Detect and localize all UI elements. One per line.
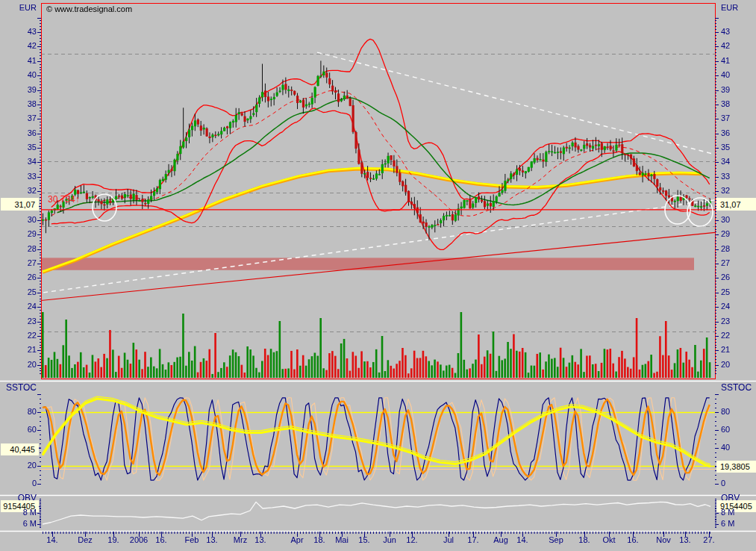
obv-tick-label-left: 8 M: [1, 508, 37, 517]
price-tick-label-right: 42: [721, 41, 730, 51]
price-tick-label-right: 38: [721, 99, 730, 109]
date-axis-label: 27.: [703, 535, 714, 544]
date-axis-label: 13.: [206, 535, 217, 544]
price-tick-label-right: 33: [721, 172, 730, 181]
price-tick-label-left: 20: [1, 360, 37, 370]
price-tick-label-right: 20: [721, 360, 730, 370]
copyright-text: © www.tradesignal.com: [46, 4, 132, 13]
date-axis-label: 16.: [155, 535, 166, 544]
price-tick-label-left: 30: [1, 215, 37, 225]
price-tick-label-left: 26: [1, 273, 37, 282]
price-tick-label-right: 28: [721, 244, 730, 254]
price-tick-label-right: 29: [721, 229, 730, 239]
sstoc-tick-label-right: 0: [721, 479, 725, 488]
date-axis-label: Nov: [656, 535, 671, 544]
sstoc-tick-label-right: 60: [721, 425, 730, 435]
date-axis-label: Dez: [78, 535, 93, 544]
date-axis-label: 19.: [107, 535, 119, 544]
price-tick-label-right: 36: [721, 128, 730, 138]
price-axis-unit-right: EUR: [721, 3, 738, 13]
date-axis-label: Okt: [602, 535, 615, 544]
date-axis-label: 2006: [130, 535, 148, 544]
price-tick-label-left: 36: [1, 128, 37, 138]
date-axis-label: Sep: [549, 535, 563, 544]
date-axis-label: 14.: [516, 535, 528, 544]
date-axis-label: 18.: [313, 535, 325, 544]
price-tick-label-right: 39: [721, 85, 730, 95]
date-axis-label: 18.: [578, 535, 590, 544]
price-tick-label-left: 37: [1, 113, 37, 123]
price-tick-label-left: 40: [1, 70, 37, 80]
price-tick-label-right: 25: [721, 287, 730, 297]
obv-tick-label-left: 6 M: [1, 519, 37, 529]
price-alert-flag: 30.734↑: [48, 194, 80, 205]
price-tick-label-left: 32: [1, 186, 37, 196]
price-tick-label-right: 21: [721, 345, 730, 355]
date-axis-label: 15.: [358, 535, 369, 544]
obv-tick-label-right: 6 M: [721, 519, 734, 529]
price-tick-label-left: 27: [1, 258, 37, 268]
price-tick-label-right: 27: [721, 258, 730, 268]
price-tick-label-right: 40: [721, 70, 730, 80]
price-tick-label-left: 35: [1, 143, 37, 152]
price-tick-label-right: 30: [721, 215, 730, 225]
price-tick-label-right: 35: [721, 143, 730, 152]
date-axis-label: 12.: [406, 535, 417, 544]
price-tick-label-left: 28: [1, 244, 37, 254]
sstoc-tick-label-left: 0: [1, 479, 37, 488]
price-tick-label-right: 34: [721, 157, 730, 166]
sstoc-tick-label-right: 40: [721, 443, 730, 452]
sstoc-value-label-right: 19,3805: [716, 461, 756, 473]
sstoc-value-label-left: 40,445: [1, 443, 39, 455]
date-axis-label: Mrz: [234, 535, 247, 544]
sstoc-panel-title-left: SSTOC: [1, 382, 37, 393]
price-tick-label-right: 41: [721, 56, 730, 66]
up-arrow-icon: ↑: [75, 194, 80, 205]
date-axis-label: Apr: [290, 535, 303, 544]
obv-tick-label-right: 8 M: [721, 508, 734, 517]
price-tick-label-right: 22: [721, 331, 730, 340]
price-tick-label-left: 25: [1, 287, 37, 297]
price-tick-label-left: 21: [1, 345, 37, 355]
date-axis-label: 13.: [679, 535, 690, 544]
price-tick-label-right: 23: [721, 317, 730, 326]
price-tick-label-left: 34: [1, 157, 37, 166]
date-axis-label: 13.: [254, 535, 266, 544]
date-axis-label: Mai: [335, 535, 349, 544]
price-tick-label-left: 23: [1, 317, 37, 326]
sstoc-tick-label-left: 80: [1, 407, 37, 417]
date-axis-label: 17.: [467, 535, 478, 544]
last-price-label-right: 31,07: [716, 198, 756, 211]
price-tick-label-left: 41: [1, 56, 37, 66]
sstoc-tick-label-left: 60: [1, 425, 37, 435]
price-tick-label-left: 38: [1, 99, 37, 109]
price-tick-label-left: 24: [1, 302, 37, 311]
sstoc-tick-label-left: 20: [1, 461, 37, 470]
date-axis-label: 16.: [627, 535, 638, 544]
sstoc-panel-title-right: SSTOC: [721, 382, 752, 393]
price-tick-label-left: 39: [1, 85, 37, 95]
price-tick-label-left: 29: [1, 229, 37, 239]
date-axis-label: 14.: [46, 535, 57, 544]
price-tick-label-left: 22: [1, 331, 37, 340]
last-price-label-left: 31,07: [1, 198, 39, 211]
price-tick-label-right: 37: [721, 113, 730, 123]
price-tick-label-right: 32: [721, 186, 730, 196]
date-axis-label: Jul: [443, 535, 454, 544]
price-tick-label-right: 43: [721, 27, 730, 37]
price-tick-label-right: 26: [721, 273, 730, 282]
tradesignal-chart-window: EUR EUR © www.tradesignal.com 30.734↑ SS…: [0, 0, 756, 551]
date-axis-label: Feb: [185, 535, 199, 544]
price-axis-unit-left: EUR: [1, 3, 37, 13]
chart-canvas[interactable]: [0, 0, 756, 551]
date-axis-label: Jun: [383, 535, 396, 544]
price-tick-label-left: 42: [1, 41, 37, 51]
date-axis-label: Aug: [493, 535, 508, 544]
price-tick-label-right: 24: [721, 302, 730, 311]
sstoc-tick-label-right: 80: [721, 407, 730, 417]
price-tick-label-left: 33: [1, 172, 37, 181]
price-tick-label-left: 43: [1, 27, 37, 37]
